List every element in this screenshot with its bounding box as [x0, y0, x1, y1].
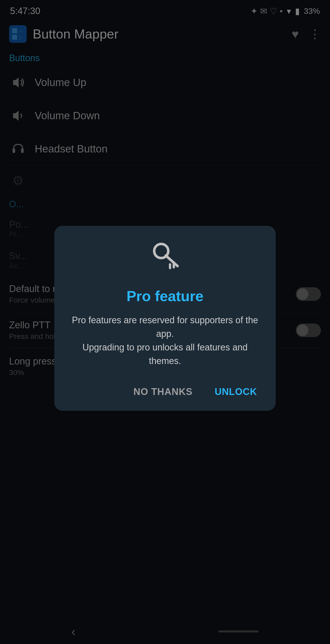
dialog-title: Pro feature [127, 288, 203, 304]
dialog-message: Pro features are reserved for supporters… [67, 313, 263, 368]
unlock-button[interactable]: UNLOCK [209, 383, 263, 401]
dialog-key-icon [150, 241, 180, 277]
dialog-message-text: Pro features are reserved for supporters… [72, 315, 258, 366]
no-thanks-button[interactable]: NO THANKS [128, 383, 199, 401]
dialog-buttons: NO THANKS UNLOCK [67, 383, 263, 401]
pro-feature-dialog: Pro feature Pro features are reserved fo… [54, 226, 276, 411]
svg-line-9 [166, 256, 178, 266]
